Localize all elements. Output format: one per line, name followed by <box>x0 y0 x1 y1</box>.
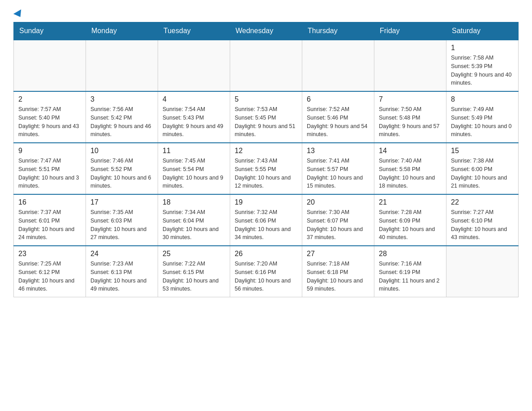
calendar-cell <box>374 40 446 91</box>
day-number: 21 <box>379 198 442 206</box>
day-number: 26 <box>235 250 297 258</box>
day-number: 13 <box>307 147 369 155</box>
day-number: 10 <box>90 147 153 155</box>
day-number: 5 <box>235 95 297 103</box>
calendar-cell: 26Sunrise: 7:20 AMSunset: 6:16 PMDayligh… <box>230 246 302 297</box>
day-info: Sunrise: 7:58 AMSunset: 5:39 PMDaylight:… <box>451 54 514 87</box>
day-number: 15 <box>451 147 514 155</box>
day-info: Sunrise: 7:46 AMSunset: 5:52 PMDaylight:… <box>90 157 153 190</box>
day-info: Sunrise: 7:38 AMSunset: 6:00 PMDaylight:… <box>451 157 514 190</box>
day-info: Sunrise: 7:30 AMSunset: 6:07 PMDaylight:… <box>307 208 369 242</box>
day-number: 2 <box>18 95 81 103</box>
calendar-cell: 6Sunrise: 7:52 AMSunset: 5:46 PMDaylight… <box>302 91 374 143</box>
calendar-cell: 14Sunrise: 7:40 AMSunset: 5:58 PMDayligh… <box>374 143 446 194</box>
calendar-cell: 24Sunrise: 7:23 AMSunset: 6:13 PMDayligh… <box>86 246 158 297</box>
calendar-cell: 16Sunrise: 7:37 AMSunset: 6:01 PMDayligh… <box>14 194 86 246</box>
calendar-header-row: SundayMondayTuesdayWednesdayThursdayFrid… <box>14 22 519 40</box>
calendar-cell: 3Sunrise: 7:56 AMSunset: 5:42 PMDaylight… <box>86 91 158 143</box>
day-info: Sunrise: 7:27 AMSunset: 6:10 PMDaylight:… <box>451 208 514 242</box>
calendar-cell: 5Sunrise: 7:53 AMSunset: 5:45 PMDaylight… <box>230 91 302 143</box>
day-info: Sunrise: 7:43 AMSunset: 5:55 PMDaylight:… <box>235 157 297 190</box>
col-header-friday: Friday <box>374 22 446 40</box>
day-info: Sunrise: 7:52 AMSunset: 5:46 PMDaylight:… <box>307 105 369 139</box>
calendar-cell: 11Sunrise: 7:45 AMSunset: 5:54 PMDayligh… <box>158 143 230 194</box>
day-info: Sunrise: 7:47 AMSunset: 5:51 PMDaylight:… <box>18 157 81 190</box>
day-info: Sunrise: 7:34 AMSunset: 6:04 PMDaylight:… <box>163 208 225 242</box>
calendar-cell: 1Sunrise: 7:58 AMSunset: 5:39 PMDaylight… <box>446 40 519 91</box>
col-header-thursday: Thursday <box>302 22 374 40</box>
calendar-cell <box>158 40 230 91</box>
day-number: 6 <box>307 95 369 103</box>
calendar-cell: 27Sunrise: 7:18 AMSunset: 6:18 PMDayligh… <box>302 246 374 297</box>
calendar-cell: 28Sunrise: 7:16 AMSunset: 6:19 PMDayligh… <box>374 246 446 297</box>
calendar-cell: 17Sunrise: 7:35 AMSunset: 6:03 PMDayligh… <box>86 194 158 246</box>
day-info: Sunrise: 7:35 AMSunset: 6:03 PMDaylight:… <box>90 208 153 242</box>
col-header-saturday: Saturday <box>446 22 519 40</box>
day-info: Sunrise: 7:45 AMSunset: 5:54 PMDaylight:… <box>163 157 225 190</box>
calendar-week-1: 1Sunrise: 7:58 AMSunset: 5:39 PMDaylight… <box>14 40 519 91</box>
day-number: 3 <box>90 95 153 103</box>
day-info: Sunrise: 7:22 AMSunset: 6:15 PMDaylight:… <box>163 260 225 293</box>
calendar-week-3: 9Sunrise: 7:47 AMSunset: 5:51 PMDaylight… <box>14 143 519 194</box>
day-info: Sunrise: 7:54 AMSunset: 5:43 PMDaylight:… <box>163 105 225 139</box>
day-number: 28 <box>379 250 442 258</box>
day-number: 24 <box>90 250 153 258</box>
day-info: Sunrise: 7:18 AMSunset: 6:18 PMDaylight:… <box>307 260 369 293</box>
day-number: 16 <box>18 198 81 206</box>
day-info: Sunrise: 7:16 AMSunset: 6:19 PMDaylight:… <box>379 260 442 293</box>
logo <box>13 9 23 17</box>
logo-triangle-icon <box>13 9 24 19</box>
col-header-tuesday: Tuesday <box>158 22 230 40</box>
calendar-table: SundayMondayTuesdayWednesdayThursdayFrid… <box>13 22 519 297</box>
calendar-cell: 2Sunrise: 7:57 AMSunset: 5:40 PMDaylight… <box>14 91 86 143</box>
calendar-cell <box>446 246 519 297</box>
day-info: Sunrise: 7:23 AMSunset: 6:13 PMDaylight:… <box>90 260 153 293</box>
calendar-cell: 13Sunrise: 7:41 AMSunset: 5:57 PMDayligh… <box>302 143 374 194</box>
calendar-cell: 7Sunrise: 7:50 AMSunset: 5:48 PMDaylight… <box>374 91 446 143</box>
day-number: 8 <box>451 95 514 103</box>
calendar-cell <box>86 40 158 91</box>
calendar-cell <box>14 40 86 91</box>
day-number: 20 <box>307 198 369 206</box>
calendar-cell: 4Sunrise: 7:54 AMSunset: 5:43 PMDaylight… <box>158 91 230 143</box>
calendar-week-2: 2Sunrise: 7:57 AMSunset: 5:40 PMDaylight… <box>14 91 519 143</box>
calendar-cell <box>302 40 374 91</box>
day-number: 19 <box>235 198 297 206</box>
day-info: Sunrise: 7:56 AMSunset: 5:42 PMDaylight:… <box>90 105 153 139</box>
day-number: 14 <box>379 147 442 155</box>
col-header-wednesday: Wednesday <box>230 22 302 40</box>
calendar-cell: 19Sunrise: 7:32 AMSunset: 6:06 PMDayligh… <box>230 194 302 246</box>
day-number: 22 <box>451 198 514 206</box>
day-info: Sunrise: 7:40 AMSunset: 5:58 PMDaylight:… <box>379 157 442 190</box>
day-info: Sunrise: 7:20 AMSunset: 6:16 PMDaylight:… <box>235 260 297 293</box>
day-number: 17 <box>90 198 153 206</box>
col-header-sunday: Sunday <box>14 22 86 40</box>
day-info: Sunrise: 7:49 AMSunset: 5:49 PMDaylight:… <box>451 105 514 139</box>
calendar-cell: 10Sunrise: 7:46 AMSunset: 5:52 PMDayligh… <box>86 143 158 194</box>
day-info: Sunrise: 7:57 AMSunset: 5:40 PMDaylight:… <box>18 105 81 139</box>
calendar-cell: 22Sunrise: 7:27 AMSunset: 6:10 PMDayligh… <box>446 194 519 246</box>
day-info: Sunrise: 7:37 AMSunset: 6:01 PMDaylight:… <box>18 208 81 242</box>
day-number: 12 <box>235 147 297 155</box>
col-header-monday: Monday <box>86 22 158 40</box>
day-number: 9 <box>18 147 81 155</box>
page-header <box>13 9 519 17</box>
day-number: 7 <box>379 95 442 103</box>
day-number: 4 <box>163 95 225 103</box>
calendar-cell: 15Sunrise: 7:38 AMSunset: 6:00 PMDayligh… <box>446 143 519 194</box>
calendar-cell <box>230 40 302 91</box>
calendar-cell: 8Sunrise: 7:49 AMSunset: 5:49 PMDaylight… <box>446 91 519 143</box>
calendar-week-4: 16Sunrise: 7:37 AMSunset: 6:01 PMDayligh… <box>14 194 519 246</box>
day-info: Sunrise: 7:53 AMSunset: 5:45 PMDaylight:… <box>235 105 297 139</box>
calendar-cell: 12Sunrise: 7:43 AMSunset: 5:55 PMDayligh… <box>230 143 302 194</box>
day-info: Sunrise: 7:32 AMSunset: 6:06 PMDaylight:… <box>235 208 297 242</box>
day-number: 27 <box>307 250 369 258</box>
calendar-cell: 21Sunrise: 7:28 AMSunset: 6:09 PMDayligh… <box>374 194 446 246</box>
day-info: Sunrise: 7:28 AMSunset: 6:09 PMDaylight:… <box>379 208 442 242</box>
day-info: Sunrise: 7:50 AMSunset: 5:48 PMDaylight:… <box>379 105 442 139</box>
calendar-week-5: 23Sunrise: 7:25 AMSunset: 6:12 PMDayligh… <box>14 246 519 297</box>
day-number: 11 <box>163 147 225 155</box>
calendar-cell: 20Sunrise: 7:30 AMSunset: 6:07 PMDayligh… <box>302 194 374 246</box>
calendar-cell: 9Sunrise: 7:47 AMSunset: 5:51 PMDaylight… <box>14 143 86 194</box>
day-number: 25 <box>163 250 225 258</box>
